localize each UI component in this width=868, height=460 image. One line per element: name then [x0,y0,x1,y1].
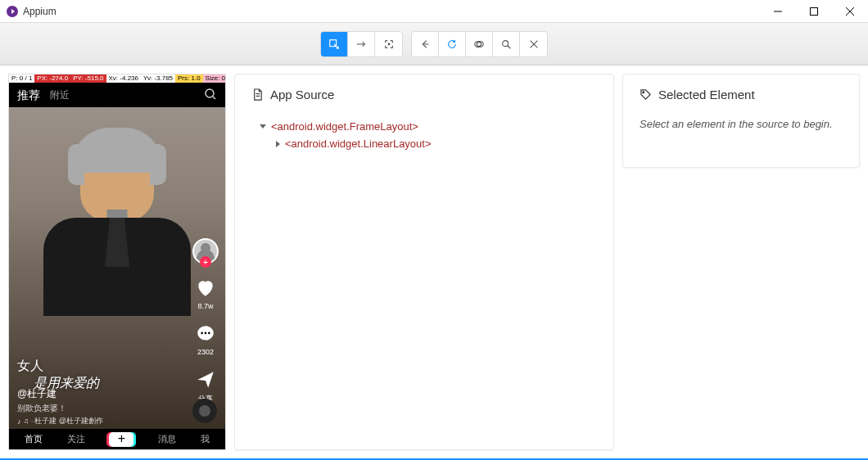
svg-point-16 [201,332,203,335]
device-screenshot[interactable]: P: 0 / 1 PX: -274.0 PY: -515.0 Xv: -4.23… [8,74,226,450]
svg-point-18 [208,332,210,335]
bottom-nav: 首页 关注 + 消息 我 [9,429,225,449]
svg-point-8 [477,42,481,46]
titlebar: Appium [0,0,868,23]
side-action-bar: + 8.7w 2302 分享 [192,238,219,404]
search-for-element-button[interactable] [493,32,520,56]
swipe-by-coordinates-button[interactable] [348,32,375,56]
share-icon[interactable] [193,368,218,392]
search-icon[interactable] [204,88,217,103]
selected-element-title: Selected Element [658,88,755,101]
tab-recommend[interactable]: 推荐 [17,88,40,103]
status-py: PY: -515.0 [70,74,106,83]
tap-by-coordinates-button[interactable] [375,32,402,56]
tab-nearby[interactable]: 附近 [50,88,70,102]
file-icon [251,88,264,101]
nav-message[interactable]: 消息 [158,433,176,445]
minimize-button[interactable] [760,0,796,23]
follow-plus-icon[interactable]: + [200,256,211,268]
status-px: PX: -274.0 [34,74,70,83]
tree-node-linearlayout[interactable]: <android.widget.LinearLayout> [285,138,432,150]
app-source-panel: App Source <android.widget.FrameLayout> … [234,74,614,450]
selected-element-panel: Selected Element Select an element in th… [622,74,860,168]
status-size: Size: 0.02 [203,74,226,83]
svg-point-17 [205,332,207,335]
like-icon[interactable] [193,276,218,300]
tree-caret-expanded-icon[interactable] [260,124,266,129]
nav-create-button[interactable]: + [109,432,133,447]
refresh-button[interactable] [439,32,466,56]
sound-marquee[interactable]: ♪♫ ⸱ 杜子建 @杜子建創作 [17,416,103,426]
app-source-title: App Source [270,88,334,101]
author-avatar[interactable]: + [192,238,219,264]
person-figure [60,115,174,345]
quit-session-button[interactable] [520,32,547,56]
like-count: 8.7w [197,302,213,310]
svg-line-10 [508,45,511,48]
status-prs: Prs: 1.0 [175,74,203,83]
toolbar [0,23,868,65]
tree-node-framelayout[interactable]: <android.widget.FrameLayout> [271,120,418,133]
caption-line-1: 女人 [17,358,99,375]
status-pointer: P: 0 / 1 [9,74,34,83]
comment-icon[interactable] [193,322,218,346]
nav-follow[interactable]: 关注 [67,433,85,445]
tag-icon [640,88,652,101]
sound-disc-icon[interactable] [192,399,217,423]
back-button[interactable] [412,32,439,56]
start-recording-button[interactable] [466,32,493,56]
comment-count: 2302 [197,348,214,356]
svg-point-21 [643,92,644,93]
window-title: Appium [23,6,57,17]
status-yv: Yv: -3.785 [141,74,175,83]
svg-point-9 [503,40,509,46]
author-name[interactable]: @杜子建 [17,387,103,401]
nav-home[interactable]: 首页 [25,433,43,445]
close-button[interactable] [832,0,868,23]
svg-point-13 [206,89,214,97]
status-xv: Xv: -4.236 [106,74,141,83]
nav-me[interactable]: 我 [201,433,210,445]
video-description: 别欺负老婆！ [17,403,103,414]
selected-element-placeholder: Select an element in the source to begin… [640,118,843,130]
select-elements-button[interactable] [321,32,348,56]
tree-caret-collapsed-icon[interactable] [276,141,280,147]
maximize-button[interactable] [796,0,832,23]
debug-status-bar: P: 0 / 1 PX: -274.0 PY: -515.0 Xv: -4.23… [9,74,225,83]
svg-rect-1 [811,7,818,15]
source-tree: <android.widget.FrameLayout> <android.wi… [251,118,597,152]
svg-line-14 [213,97,215,99]
video-meta: @杜子建 别欺负老婆！ ♪♫ ⸱ 杜子建 @杜子建創作 [17,387,103,426]
appium-logo-icon [7,6,18,17]
svg-point-6 [388,43,390,45]
